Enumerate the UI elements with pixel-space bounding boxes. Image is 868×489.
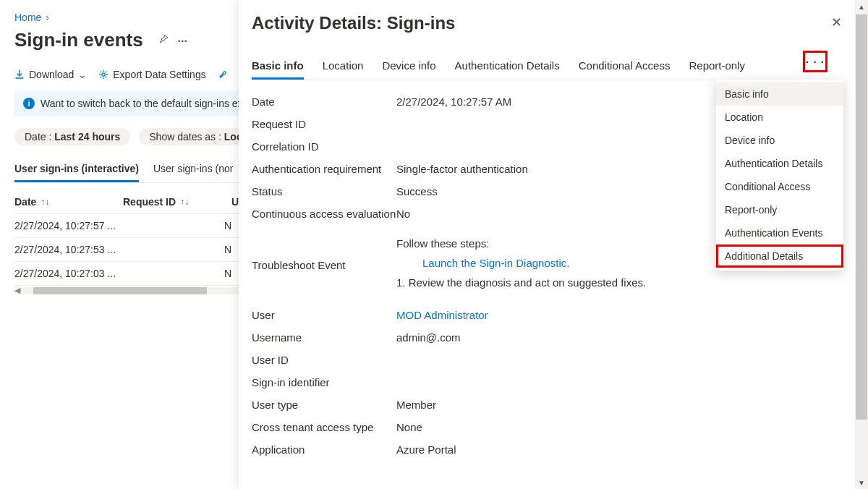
gear-icon [98, 69, 109, 80]
menu-item-basic-info[interactable]: Basic info [716, 82, 843, 106]
label-correlation-id: Correlation ID [252, 140, 396, 153]
value-user-link[interactable]: MOD Administrator [396, 309, 827, 321]
label-status: Status [252, 185, 396, 197]
tab-report-only[interactable]: Report-only [689, 54, 745, 80]
menu-item-auth-details[interactable]: Authentication Details [716, 152, 843, 175]
export-button[interactable]: Export Data Settings [98, 69, 205, 80]
banner-text: Want to switch back to the default sign-… [41, 98, 260, 109]
value-user-id [396, 354, 827, 366]
breadcrumb-home[interactable]: Home [14, 12, 41, 23]
more-icon[interactable]: ··· [178, 35, 187, 48]
filter-date-label: Date : [25, 131, 51, 143]
cell-n: N [123, 268, 231, 279]
cell-date: 2/27/2024, 10:27:57 ... [14, 220, 123, 231]
value-signin-identifier [396, 376, 827, 388]
tab-location[interactable]: Location [323, 54, 364, 80]
value-user-type: Member [396, 399, 827, 411]
filter-date-value: Last 24 hours [54, 131, 120, 143]
sort-icon: ↑↓ [180, 197, 189, 207]
tab-basic-info[interactable]: Basic info [252, 54, 304, 80]
label-cae: Continuous access evaluation [252, 208, 396, 220]
page-title: Sign-in events [14, 29, 143, 51]
scrollbar-thumb[interactable] [856, 14, 867, 420]
value-username: admin@.com [396, 331, 827, 344]
subtab-noninteractive[interactable]: User sign-ins (nor [153, 157, 233, 182]
wrench-icon [218, 69, 228, 80]
label-application: Application [252, 443, 396, 456]
label-signin-identifier: Sign-in identifier [252, 376, 396, 388]
cell-date: 2/27/2024, 10:27:53 ... [14, 244, 123, 255]
filter-date-pill[interactable]: Date : Last 24 hours [14, 128, 130, 145]
tabs-overflow-menu: Basic info Location Device info Authenti… [716, 80, 843, 271]
troubleshoot-button[interactable] [218, 69, 228, 80]
label-date: Date [252, 95, 396, 108]
label-cross-tenant: Cross tenant access type [252, 421, 396, 433]
tab-auth-details[interactable]: Authentication Details [455, 54, 560, 80]
scrollbar-thumb[interactable] [33, 287, 207, 294]
menu-item-device-info[interactable]: Device info [716, 129, 843, 152]
menu-item-report-only[interactable]: Report-only [716, 198, 843, 221]
label-user-id: User ID [252, 354, 396, 366]
svg-point-0 [102, 73, 105, 76]
menu-item-location[interactable]: Location [716, 106, 843, 129]
tab-conditional-access[interactable]: Conditional Access [579, 54, 671, 80]
tab-device-info[interactable]: Device info [382, 54, 435, 80]
details-panel: Activity Details: Sign-ins ✕ Basic info … [239, 0, 868, 489]
col-request[interactable]: Request ID ↑↓ [123, 196, 231, 208]
label-username: Username [252, 331, 396, 344]
cell-n: N [123, 220, 231, 231]
label-auth-requirement: Authentication requirement [252, 163, 396, 175]
label-request-id: Request ID [252, 118, 396, 130]
label-user: User [252, 309, 396, 321]
subtab-interactive[interactable]: User sign-ins (interactive) [14, 157, 139, 182]
panel-title: Activity Details: Sign-ins [252, 13, 827, 33]
value-cross-tenant: None [396, 421, 827, 433]
value-application: Azure Portal [396, 443, 827, 456]
download-button[interactable]: Download ⌄ [14, 69, 87, 80]
vertical-scrollbar[interactable]: ▲ ▼ [855, 0, 868, 489]
label-user-type: User type [252, 399, 396, 411]
col-date-label: Date [14, 196, 36, 208]
menu-item-auth-events[interactable]: Authentication Events [716, 221, 843, 244]
close-icon[interactable]: ✕ [831, 14, 842, 30]
download-label: Download [29, 69, 74, 80]
cell-date: 2/27/2024, 10:27:03 ... [14, 268, 123, 279]
menu-item-additional-details[interactable]: Additional Details [716, 244, 843, 268]
scroll-down-icon[interactable]: ▼ [855, 476, 868, 489]
label-troubleshoot: Troubleshoot Event [252, 237, 396, 271]
col-date[interactable]: Date ↑↓ [14, 196, 123, 208]
chevron-right-icon: › [46, 12, 49, 23]
chevron-down-icon: ⌄ [78, 69, 87, 80]
menu-item-conditional-access[interactable]: Conditional Access [716, 175, 843, 198]
panel-tabs: Basic info Location Device info Authenti… [252, 54, 827, 80]
col-u[interactable]: U [231, 196, 239, 208]
col-request-label: Request ID [123, 196, 176, 208]
download-icon [14, 69, 25, 80]
info-icon: i [23, 98, 35, 109]
cell-n: N [123, 244, 231, 255]
filter-show-label: Show dates as : [149, 131, 221, 143]
export-label: Export Data Settings [113, 69, 205, 80]
tabs-overflow-button[interactable]: · · · [803, 51, 827, 72]
scroll-up-icon[interactable]: ▲ [855, 0, 868, 13]
pin-icon[interactable] [158, 33, 169, 45]
troubleshoot-step-1: 1. Review the diagnosis and act on sugge… [396, 276, 827, 289]
scroll-left-icon[interactable]: ◀ [14, 286, 20, 295]
sort-icon: ↑↓ [41, 197, 49, 207]
